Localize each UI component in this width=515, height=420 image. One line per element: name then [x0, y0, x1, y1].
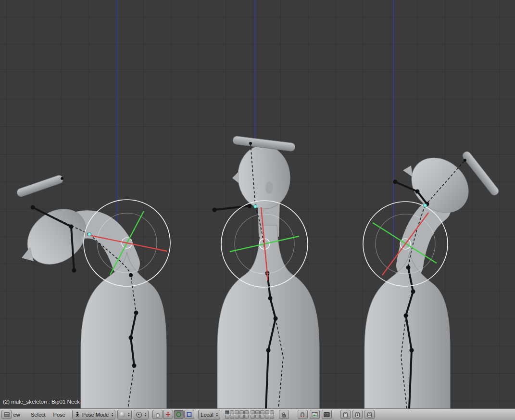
pivot-dropdown[interactable]: ▴▾: [134, 410, 149, 420]
manipulator-translate-icon[interactable]: [163, 410, 173, 419]
manipulator-buttons: [152, 410, 194, 419]
armature-blue-lines: [117, 0, 394, 260]
layer-button-7[interactable]: [255, 410, 260, 414]
opengl-render-anim-icon[interactable]: [322, 410, 332, 419]
header-menus: View Select Pose: [13, 412, 67, 418]
layer-button-16[interactable]: [251, 415, 255, 419]
layer-button-5[interactable]: [244, 410, 249, 414]
figure-extended-back[interactable]: [364, 147, 479, 408]
blender-window: (2) male_skeleton : Bip01 Neck View Sele…: [0, 0, 515, 420]
orientation-dropdown[interactable]: Local ▴▾: [198, 410, 220, 420]
layer-group-1: [225, 410, 249, 419]
draw-type-dropdown[interactable]: ▴▾: [117, 410, 132, 420]
layer-button-17[interactable]: [255, 415, 260, 419]
layer-button-6[interactable]: [251, 410, 255, 414]
layer-button-15[interactable]: [244, 415, 249, 419]
layer-button-19[interactable]: [265, 415, 269, 419]
nose-center: [232, 171, 239, 183]
mode-dropdown-value: Pose Mode: [82, 412, 109, 418]
plank-left: [16, 174, 64, 198]
layer-button-14[interactable]: [239, 415, 244, 419]
dropdown-arrows-icon: ▴▾: [216, 412, 218, 417]
manipulator-scale-icon[interactable]: [184, 410, 194, 419]
layer-button-11[interactable]: [225, 415, 229, 419]
paste-flipped-pose-icon[interactable]: [364, 410, 375, 419]
paste-pose-icon[interactable]: [352, 410, 363, 419]
3d-scene: [0, 0, 515, 408]
layer-button-18[interactable]: [260, 415, 264, 419]
figure-flexed-forward[interactable]: [17, 198, 166, 408]
3d-viewport[interactable]: (2) male_skeleton : Bip01 Neck: [0, 0, 515, 408]
manipulator-rotate-icon[interactable]: [174, 410, 184, 419]
layer-button-9[interactable]: [265, 410, 269, 414]
draw-type-sphere-icon: [120, 412, 125, 417]
pivot-point-icon: [136, 412, 142, 418]
layer-button-2[interactable]: [230, 410, 234, 414]
menu-pose[interactable]: Pose: [51, 412, 67, 418]
opengl-render-image-icon[interactable]: [310, 410, 320, 419]
layer-buttons: [225, 410, 274, 419]
dropdown-arrows-icon: ▴▾: [112, 412, 113, 417]
layer-button-3[interactable]: [235, 410, 239, 414]
menu-select[interactable]: Select: [29, 412, 48, 418]
editor-type-icon[interactable]: [1, 410, 12, 419]
menu-view[interactable]: View: [13, 412, 25, 418]
nose-right: [403, 165, 413, 177]
copy-pose-icon[interactable]: [340, 410, 351, 419]
dropdown-arrows-icon: ▴▾: [145, 412, 146, 417]
layer-button-20[interactable]: [270, 415, 274, 419]
snap-magnet-icon[interactable]: [298, 410, 308, 419]
dropdown-arrows-icon: ▴▾: [128, 412, 129, 417]
ear-center: [265, 181, 273, 194]
layer-button-8[interactable]: [260, 410, 264, 414]
orientation-dropdown-value: Local: [201, 412, 213, 418]
active-bone-status: (2) male_skeleton : Bip01 Neck: [3, 399, 80, 405]
layer-button-4[interactable]: [239, 410, 244, 414]
pose-mode-icon: [75, 411, 80, 418]
layer-button-10[interactable]: [270, 410, 274, 414]
lock-icon[interactable]: [279, 410, 289, 419]
layer-button-13[interactable]: [235, 415, 239, 419]
layer-group-2: [251, 410, 274, 419]
mode-dropdown[interactable]: Pose Mode ▴▾: [72, 410, 116, 420]
manipulator-hand-icon[interactable]: [152, 410, 163, 419]
layer-button-12[interactable]: [230, 415, 234, 419]
layer-button-1[interactable]: [225, 410, 229, 414]
viewport-header: View Select Pose Pose Mode ▴▾ ▴▾ ▴▾: [0, 408, 515, 420]
